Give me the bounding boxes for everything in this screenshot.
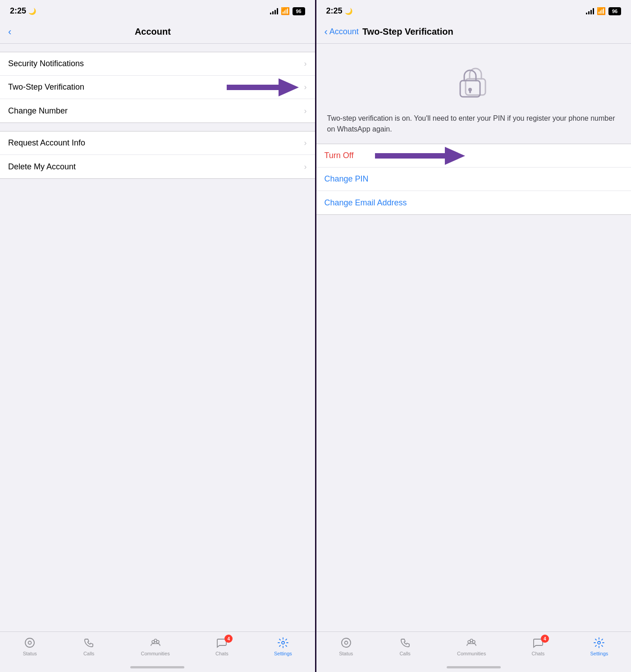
right-moon-icon: 🌙 xyxy=(345,8,352,15)
action-list: Turn Off Change PIN Change Email Address xyxy=(316,144,631,215)
request-account-info-chevron-icon: › xyxy=(304,138,307,148)
right-back-label: Account xyxy=(329,27,359,36)
right-time: 2:25 xyxy=(326,6,343,16)
left-communities-icon xyxy=(149,636,162,649)
right-status-bar: 2:25 🌙 📶 96 xyxy=(316,0,631,20)
right-tab-chats[interactable]: 4 Chats xyxy=(531,636,544,656)
left-tab-communities[interactable]: Communities xyxy=(141,636,169,656)
left-tab-calls[interactable]: Calls xyxy=(82,636,95,656)
svg-point-12 xyxy=(342,638,351,647)
change-email-item[interactable]: Change Email Address xyxy=(316,191,631,214)
left-section-1: Security Notifications › Two-Step Verifi… xyxy=(0,52,315,123)
request-account-info-item[interactable]: Request Account Info › xyxy=(0,132,315,155)
right-signal-icon xyxy=(586,8,594,14)
turn-off-item[interactable]: Turn Off xyxy=(316,144,631,168)
right-tab-status-label: Status xyxy=(339,651,353,656)
left-time: 2:25 xyxy=(10,6,26,16)
left-arrow-annotation xyxy=(227,78,299,96)
delete-my-account-chevron-icon: › xyxy=(304,162,307,172)
two-step-verification-label: Two-Step Verification xyxy=(8,82,84,92)
right-status-icons: 📶 96 xyxy=(586,7,621,15)
right-arrow-annotation xyxy=(375,147,465,165)
right-nav-bar: ‹ Account Two-Step Verification xyxy=(316,20,631,44)
left-wifi-icon: 📶 xyxy=(281,7,290,15)
left-home-indicator xyxy=(130,666,184,668)
delete-my-account-label: Delete My Account xyxy=(8,162,76,172)
left-tab-status[interactable]: Status xyxy=(23,636,37,656)
svg-point-2 xyxy=(28,641,32,645)
left-page-title: Account xyxy=(12,27,293,37)
left-settings-icon xyxy=(277,636,289,649)
two-step-chevron-icon: › xyxy=(304,82,307,92)
svg-point-5 xyxy=(154,639,157,642)
right-settings-icon xyxy=(593,636,605,649)
change-number-chevron-icon: › xyxy=(304,106,307,116)
left-status-bar: 2:25 🌙 📶 96 xyxy=(0,0,315,20)
lock-icon-container xyxy=(316,44,631,113)
lock-icon xyxy=(456,62,492,102)
left-tab-calls-label: Calls xyxy=(83,651,94,656)
change-pin-label: Change PIN xyxy=(325,174,369,184)
left-nav-bar: ‹ Account xyxy=(0,20,315,44)
left-tab-communities-label: Communities xyxy=(141,651,169,656)
left-chats-badge: 4 xyxy=(224,635,233,643)
change-number-item[interactable]: Change Number › xyxy=(0,99,315,123)
svg-point-6 xyxy=(282,641,284,644)
left-back-button[interactable]: ‹ xyxy=(8,26,12,38)
security-notifications-label: Security Notifications xyxy=(8,59,84,68)
left-calls-icon xyxy=(82,636,95,649)
request-account-info-label: Request Account Info xyxy=(8,138,85,148)
left-battery-icon: 96 xyxy=(293,7,305,15)
left-tab-status-label: Status xyxy=(23,651,37,656)
right-tab-settings[interactable]: Settings xyxy=(590,636,608,656)
svg-marker-0 xyxy=(227,78,299,96)
right-tab-settings-label: Settings xyxy=(590,651,608,656)
right-tab-calls[interactable]: Calls xyxy=(399,636,412,656)
right-tab-communities-label: Communities xyxy=(457,651,486,656)
right-tab-chats-label: Chats xyxy=(531,651,544,656)
left-status-icons: 📶 96 xyxy=(270,7,305,15)
svg-point-1 xyxy=(25,638,34,647)
left-tab-chats-label: Chats xyxy=(215,651,229,656)
right-communities-icon xyxy=(465,636,478,649)
left-moon-icon: 🌙 xyxy=(28,8,36,15)
two-step-verification-item[interactable]: Two-Step Verification › xyxy=(0,76,315,99)
left-phone-panel: 2:25 🌙 📶 96 ‹ Account Security Notificat… xyxy=(0,0,316,672)
turn-off-label: Turn Off xyxy=(325,151,354,160)
delete-my-account-item[interactable]: Delete My Account › xyxy=(0,155,315,178)
left-tab-settings[interactable]: Settings xyxy=(274,636,292,656)
right-home-indicator xyxy=(447,666,501,668)
svg-marker-11 xyxy=(375,147,465,165)
right-status-icon xyxy=(340,636,352,649)
right-back-button[interactable]: ‹ Account xyxy=(325,26,359,38)
left-tab-settings-label: Settings xyxy=(274,651,292,656)
right-tab-status[interactable]: Status xyxy=(339,636,353,656)
right-page-title: Two-Step Verification xyxy=(362,27,453,37)
right-chats-icon: 4 xyxy=(532,636,544,649)
right-tab-calls-label: Calls xyxy=(399,651,410,656)
change-pin-item[interactable]: Change PIN xyxy=(316,168,631,191)
right-calls-icon xyxy=(399,636,412,649)
change-email-label: Change Email Address xyxy=(325,198,407,208)
left-section-2: Request Account Info › Delete My Account… xyxy=(0,131,315,179)
left-tab-chats[interactable]: 4 Chats xyxy=(215,636,229,656)
right-chats-badge: 4 xyxy=(541,635,549,643)
left-status-icon xyxy=(23,636,36,649)
left-back-chevron-icon: ‹ xyxy=(8,26,11,38)
svg-point-13 xyxy=(344,641,348,645)
security-notifications-item[interactable]: Security Notifications › xyxy=(0,52,315,76)
right-phone-panel: 2:25 🌙 📶 96 ‹ Account Two-Step Verificat… xyxy=(316,0,631,672)
svg-rect-10 xyxy=(469,90,471,93)
left-chats-icon: 4 xyxy=(215,636,228,649)
svg-point-16 xyxy=(470,639,473,642)
change-number-label: Change Number xyxy=(8,106,68,116)
right-back-chevron-icon: ‹ xyxy=(325,26,328,38)
left-section-gap-2 xyxy=(0,123,315,131)
security-notifications-chevron-icon: › xyxy=(304,59,307,68)
left-signal-icon xyxy=(270,8,278,14)
right-tab-communities[interactable]: Communities xyxy=(457,636,486,656)
right-battery-icon: 96 xyxy=(608,7,621,15)
svg-point-17 xyxy=(598,641,600,644)
left-section-gap-1 xyxy=(0,44,315,52)
verification-description: Two-step verification is on. You'll need… xyxy=(316,113,631,144)
